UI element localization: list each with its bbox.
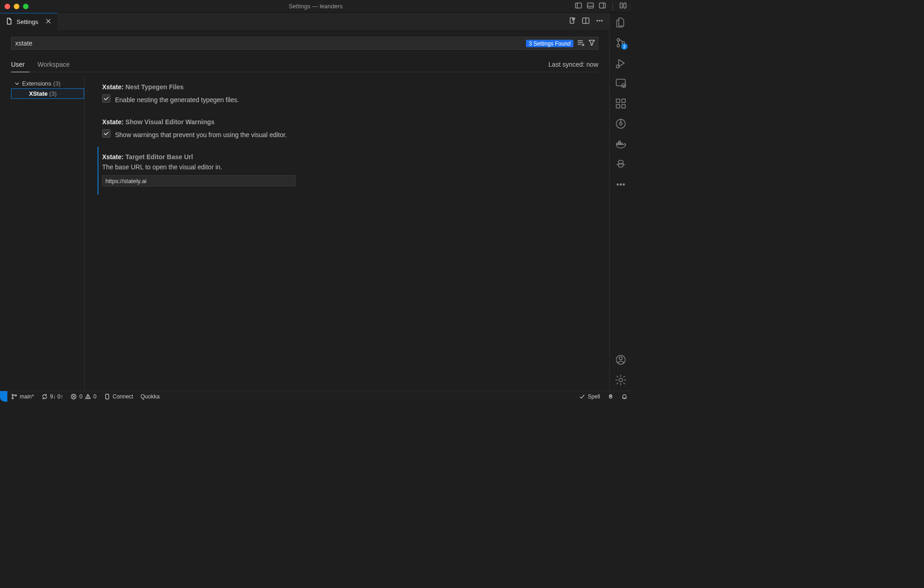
status-quokka-label: Quokka	[140, 393, 159, 400]
svg-point-38	[617, 184, 618, 185]
scope-tab-workspace[interactable]: Workspace	[38, 58, 75, 72]
explorer-icon[interactable]	[615, 17, 627, 29]
close-icon[interactable]	[45, 17, 52, 26]
svg-rect-7	[624, 3, 626, 8]
panel-bottom-icon[interactable]	[587, 2, 594, 11]
setting-description: Show warnings that prevent you from usin…	[115, 131, 287, 138]
status-connect[interactable]: Connect	[100, 393, 137, 400]
checkbox[interactable]	[102, 94, 110, 103]
status-branch[interactable]: main*	[7, 393, 38, 400]
scope-tab-user[interactable]: User	[11, 58, 29, 72]
panel-left-icon[interactable]	[575, 2, 582, 11]
status-copilot-icon[interactable]	[604, 393, 618, 400]
source-control-icon[interactable]: 3	[615, 37, 627, 49]
setting-description: Enable nesting the generated typegen fil…	[115, 96, 239, 104]
more-icon[interactable]	[615, 179, 627, 190]
svg-point-39	[620, 184, 621, 185]
checkbox[interactable]	[102, 129, 110, 138]
tab-bar: Settings	[0, 13, 609, 30]
setting-text-input[interactable]	[102, 175, 295, 186]
toc-extensions-count: (3)	[53, 80, 61, 87]
split-editor-icon[interactable]	[582, 17, 590, 26]
run-debug-icon[interactable]	[615, 57, 627, 69]
status-warnings: 0	[93, 393, 97, 400]
status-branch-label: main*	[20, 393, 34, 400]
layout-icon[interactable]	[619, 2, 627, 11]
more-icon[interactable]	[595, 17, 604, 26]
setting-description: The base URL to open the visual editor i…	[102, 163, 595, 171]
settings-found-badge: 3 Settings Found	[526, 40, 573, 47]
svg-point-51	[88, 398, 88, 398]
settings-list: Xstate: Nest Typegen Files Enable nestin…	[85, 77, 598, 391]
svg-rect-4	[600, 3, 606, 8]
remote-indicator[interactable]	[0, 391, 7, 402]
tab-settings[interactable]: Settings	[0, 13, 58, 30]
gitlens-icon[interactable]	[615, 118, 627, 130]
gear-icon[interactable]	[615, 374, 627, 386]
setting-label-name: Target Editor Base Url	[126, 153, 193, 161]
status-quokka[interactable]: Quokka	[137, 393, 163, 400]
toc-xstate-label: XState	[29, 90, 47, 97]
copilot-icon[interactable]	[615, 158, 627, 170]
setting-visual-editor-warnings: Xstate: Show Visual Editor Warnings Show…	[98, 112, 598, 147]
window-title: Settings — leanders	[0, 3, 631, 10]
panel-right-icon[interactable]	[599, 2, 606, 11]
svg-rect-27	[616, 104, 620, 108]
titlebar-divider	[612, 3, 613, 10]
svg-point-13	[599, 20, 600, 21]
toc-extensions[interactable]: Extensions (3)	[11, 79, 84, 88]
svg-rect-28	[622, 104, 625, 108]
status-bell-icon[interactable]	[618, 393, 631, 400]
titlebar: Settings — leanders	[0, 0, 631, 13]
toc-extensions-label: Extensions	[22, 80, 52, 87]
status-spell-label: Spell	[588, 393, 600, 400]
filter-icon[interactable]	[588, 39, 595, 48]
svg-point-37	[621, 163, 622, 164]
svg-point-31	[619, 122, 622, 125]
settings-search-input[interactable]	[11, 37, 598, 50]
svg-point-12	[597, 20, 598, 21]
svg-point-36	[619, 163, 620, 164]
svg-rect-52	[105, 394, 109, 399]
setting-label-prefix: Xstate:	[102, 153, 124, 161]
open-settings-json-icon[interactable]	[568, 17, 576, 26]
status-sync-label: 9↓ 0↑	[50, 393, 64, 400]
docker-icon[interactable]	[615, 138, 627, 150]
svg-point-14	[601, 20, 602, 21]
remote-explorer-icon[interactable]	[615, 77, 627, 89]
svg-rect-26	[616, 99, 620, 103]
settings-sync-status: Last synced: now	[549, 61, 598, 72]
svg-point-43	[619, 378, 623, 382]
tab-label: Settings	[17, 18, 38, 25]
chevron-down-icon	[14, 81, 20, 87]
status-spell[interactable]: Spell	[575, 393, 604, 400]
setting-label-name: Nest Typegen Files	[126, 83, 184, 91]
clear-search-icon[interactable]	[577, 39, 584, 48]
settings-editor: 3 Settings Found User Workspace Last syn…	[0, 30, 609, 391]
svg-point-54	[611, 396, 611, 396]
toc-xstate[interactable]: XState (3)	[11, 88, 84, 99]
svg-rect-24	[616, 79, 625, 86]
toc-xstate-count: (3)	[49, 90, 57, 97]
svg-rect-6	[620, 3, 623, 8]
activity-bar: 3	[609, 13, 631, 391]
status-problems[interactable]: 0 0	[67, 393, 100, 400]
extensions-icon[interactable]	[615, 98, 627, 110]
scm-badge: 3	[621, 43, 628, 50]
status-errors: 0	[79, 393, 82, 400]
svg-point-53	[610, 396, 611, 396]
status-sync[interactable]: 9↓ 0↑	[38, 393, 67, 400]
svg-point-40	[623, 184, 624, 185]
status-connect-label: Connect	[113, 393, 133, 400]
svg-rect-35	[618, 141, 620, 143]
account-icon[interactable]	[615, 354, 627, 366]
svg-rect-2	[588, 3, 594, 8]
svg-rect-29	[622, 99, 625, 103]
setting-label-name: Show Visual Editor Warnings	[126, 118, 215, 126]
setting-target-editor-base-url: Xstate: Target Editor Base Url The base …	[98, 147, 598, 195]
svg-rect-0	[576, 3, 582, 8]
setting-nest-typegen: Xstate: Nest Typegen Files Enable nestin…	[98, 77, 598, 112]
settings-toc: Extensions (3) XState (3)	[11, 77, 85, 391]
setting-label-prefix: Xstate:	[102, 118, 124, 126]
setting-label-prefix: Xstate:	[102, 83, 124, 91]
